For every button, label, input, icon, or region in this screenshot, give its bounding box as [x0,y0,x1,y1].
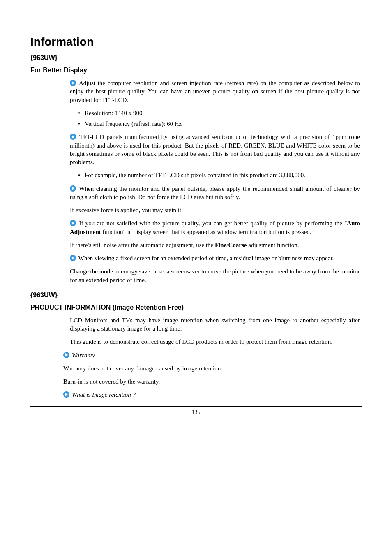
section2-intro: LCD Monitors and TVs may have image rete… [70,316,360,346]
list-item: For example, the number of TFT-LCD sub p… [78,171,360,179]
arrow-bullet-icon [63,352,69,358]
paragraph-text: Adjust the computer resolution and scree… [70,80,360,103]
bullet-list: Resolution: 1440 x 900 Vertical frequenc… [70,109,360,128]
paragraph-text: When viewing a fixed screen for an exten… [77,255,334,261]
arrow-bullet-icon [70,80,76,86]
paragraph: When cleaning the monitor and the panel … [70,185,360,201]
bullet-list: For example, the number of TFT-LCD sub p… [70,171,360,179]
paragraph: TFT-LCD panels manufactured by using adv… [70,133,360,166]
paragraph-text: adjustment function. [247,242,299,248]
paragraph-text: If you are not satisfied with the pictur… [77,220,347,227]
paragraph: If there's still noise after the automat… [70,241,360,249]
top-rule [30,25,362,25]
model-heading-2: {963UW} [30,291,362,299]
arrow-bullet-icon [70,134,76,140]
section2-sub: Warranty Warranty does not cover any dam… [63,351,360,399]
arrow-bullet-icon [63,391,69,398]
bottom-rule [30,406,362,407]
subheading-what-is-image-retention: What is Image retention ? [63,391,360,399]
paragraph: Burn-in is not covered by the warranty. [63,377,360,386]
page-title: Information [30,35,362,49]
paragraph: Adjust the computer resolution and scree… [70,79,360,104]
arrow-bullet-icon [70,255,76,261]
page-number: 135 [30,409,362,416]
paragraph: When viewing a fixed screen for an exten… [70,254,360,262]
subheading-warranty: Warranty [63,351,360,359]
section1-body: Adjust the computer resolution and scree… [70,79,360,284]
arrow-bullet-icon [70,220,76,226]
bold-text: Coarse [228,242,247,248]
section-heading-better-display: For Better Display [30,67,362,74]
paragraph-text: function" in display screen that is appe… [101,229,311,235]
paragraph: Warranty does not cover any damage cause… [63,364,360,372]
arrow-bullet-icon [70,185,76,192]
paragraph-text: TFT-LCD panels manufactured by using adv… [70,134,360,165]
document-page: Information {963UW} For Better Display A… [0,0,392,432]
paragraph: Change the mode to energy save or set a … [70,267,360,284]
paragraph-text: When cleaning the monitor and the panel … [70,185,360,200]
bold-text: Fine [215,242,226,248]
paragraph: If excessive force is applied, you may s… [70,206,360,214]
list-item: Resolution: 1440 x 900 [78,109,360,117]
list-item: Vertical frequency (refresh rate): 60 Hz [78,120,360,128]
italic-label: What is Image retention ? [72,391,136,398]
italic-label: Warranty [72,352,95,358]
paragraph: This guide is to demonstrate correct usa… [70,338,360,346]
paragraph: LCD Monitors and TVs may have image rete… [70,316,360,333]
paragraph: If you are not satisfied with the pictur… [70,219,360,236]
paragraph-text: If there's still noise after the automat… [70,242,215,248]
section-heading-product-info: PRODUCT INFORMATION (Image Retention Fre… [30,304,362,311]
model-heading-1: {963UW} [30,54,362,62]
